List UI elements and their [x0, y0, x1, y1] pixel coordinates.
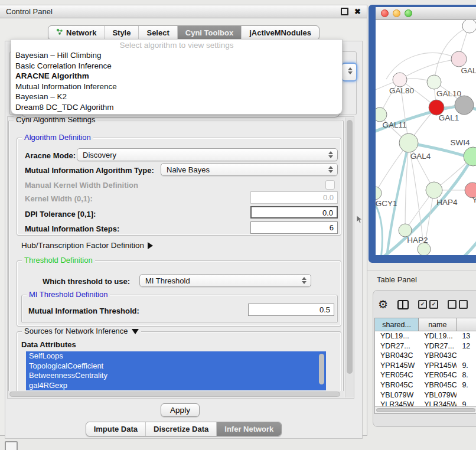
network-canvas[interactable]: GALGAL80GAL10GAL1GAL11GAL4SWI4HAP4YGCY1H… — [376, 20, 476, 256]
mi-steps-field[interactable]: 6 — [250, 221, 338, 234]
tab-style[interactable]: Style — [105, 26, 139, 40]
network-node[interactable] — [455, 96, 474, 115]
table-panel-title: Table Panel — [377, 275, 417, 284]
network-node-label: GAL1 — [439, 113, 459, 122]
dropdown-item-mutual-information-inference[interactable]: Mutual Information Inference — [11, 81, 342, 92]
tab-label: Impute Data — [94, 425, 138, 433]
dpi-tolerance-label: DPI Tolerance [0,1]: — [25, 210, 96, 219]
floating-panel-icon[interactable] — [5, 441, 18, 450]
select-all-checkboxes-icon[interactable]: ✓ ✓ — [418, 300, 438, 309]
split-view-icon[interactable] — [397, 300, 409, 309]
sources-title[interactable]: Sources for Network Inference — [22, 327, 141, 335]
table-horizontal-scrollbar — [375, 406, 476, 413]
network-node[interactable] — [418, 243, 431, 256]
apply-button[interactable]: Apply — [161, 403, 200, 417]
tab-discretize-data[interactable]: Discretize Data — [146, 422, 217, 436]
tab-network[interactable]: Network — [48, 26, 105, 40]
table-row[interactable]: YBR043CYBR043C — [375, 351, 476, 361]
zoom-traffic-light-icon[interactable] — [405, 9, 412, 17]
mi-steps-label: Mutual Information Steps: — [25, 224, 119, 233]
attribute-item-gal4rgexp[interactable]: gal4RGexp — [26, 381, 326, 391]
tab-label: Network — [66, 28, 96, 37]
settings-gear-icon[interactable]: ⚙ — [378, 299, 388, 310]
panel-divider — [367, 270, 476, 270]
table-panel: ⚙ ✓ ✓ shared...name YDL19...YDL19...13YD… — [373, 290, 476, 427]
mi-threshold-label: Mutual Information Threshold: — [28, 306, 139, 315]
table-row[interactable]: YBR045CYBR045C9. — [375, 380, 476, 390]
dropdown-item-bayesian-hill-climbing[interactable]: Bayesian – Hill Climbing — [11, 50, 342, 61]
which-threshold-label: Which threshold to use: — [43, 277, 130, 286]
algorithm-dropdown-placeholder: Select algorithm to view settings — [11, 40, 342, 50]
network-node[interactable] — [462, 20, 476, 33]
mi-algorithm-type-value: Naive Bayes — [167, 165, 210, 174]
tab-label: Select — [146, 28, 169, 37]
dropdown-item-dream8-dc-tdc-algorithm[interactable]: Dream8 DC_TDC Algorithm — [11, 102, 342, 113]
which-threshold-combo[interactable]: MI Threshold — [139, 274, 311, 287]
tab-cyni-toolbox[interactable]: Cyni Toolbox — [178, 26, 242, 40]
network-node-gal4[interactable] — [399, 133, 418, 152]
network-window-titlebar[interactable] — [376, 7, 476, 20]
table-row[interactable]: YBL079WYBL079W — [375, 390, 476, 400]
close-traffic-light-icon[interactable] — [381, 9, 389, 17]
hub-definition-toggle[interactable]: Hub/Transcription Factor Definition — [21, 241, 153, 250]
control-panel-title: Control Panel — [6, 7, 53, 16]
table-cell: YDL19... — [375, 331, 419, 341]
list-scrollbar-thumb[interactable] — [319, 354, 324, 384]
column-header-shared[interactable]: shared... — [375, 318, 419, 331]
table-cell: YPR145W — [375, 361, 419, 371]
table-cell: YDL19... — [419, 331, 457, 341]
aracne-mode-combo[interactable]: Discovery — [77, 148, 338, 161]
network-node-label: GCY1 — [376, 199, 397, 208]
chevron-right-icon — [148, 242, 153, 249]
network-node-gal[interactable] — [451, 51, 467, 67]
mi-threshold-field[interactable]: 0.5 — [248, 304, 334, 316]
attribute-item-selfloops[interactable]: SelfLoops — [26, 351, 326, 361]
table-row[interactable]: YDL19...YDL19...13 — [375, 331, 476, 341]
manual-kernel-width-checkbox[interactable] — [325, 180, 335, 190]
algorithm-combo-spinner[interactable] — [341, 63, 357, 81]
column-header-extra[interactable] — [457, 318, 476, 331]
tab-label: Infer Network — [224, 425, 273, 433]
settings-vertical-scrollbar-thumb[interactable] — [347, 120, 353, 374]
tab-impute-data[interactable]: Impute Data — [86, 422, 146, 436]
network-node-gal10[interactable] — [427, 75, 441, 89]
dropdown-item-basic-correlation-inference[interactable]: Basic Correlation Inference — [11, 61, 342, 71]
mi-algorithm-type-combo[interactable]: Naive Bayes — [161, 163, 338, 176]
table-row[interactable]: YDR27...YDR27...12 — [375, 341, 476, 351]
network-node-gcy1[interactable] — [376, 187, 382, 200]
table-horizontal-scrollbar-thumb[interactable] — [376, 408, 475, 412]
close-icon[interactable]: ✖ — [354, 8, 361, 15]
settings-horizontal-scrollbar-thumb[interactable] — [9, 392, 340, 397]
tab-select[interactable]: Select — [139, 26, 177, 40]
attribute-item-topologicalcoefficient[interactable]: TopologicalCoefficient — [26, 361, 326, 371]
network-node-gal11[interactable] — [376, 107, 387, 122]
network-node-gal80[interactable] — [393, 73, 407, 87]
float-window-icon[interactable] — [341, 8, 348, 15]
table-row[interactable]: YPR145WYPR145W9. — [375, 361, 476, 371]
algorithm-definition-title: Algorithm Definition — [22, 133, 93, 142]
table-row[interactable]: YER054CYER054C8. — [375, 370, 476, 380]
table-cell — [457, 351, 476, 361]
network-node-swi4[interactable] — [464, 147, 476, 166]
attribute-item-betweennesscentrality[interactable]: BetweennessCentrality — [26, 371, 326, 381]
unselect-all-checkboxes-icon[interactable] — [448, 300, 468, 309]
tab-label: Cyni Toolbox — [185, 28, 233, 37]
table-cell: YBL079W — [375, 390, 419, 400]
tab-jactivemnodules[interactable]: jActiveMNodules — [242, 26, 319, 40]
table-cell: YDR27... — [375, 341, 419, 351]
network-edge[interactable] — [442, 228, 476, 256]
dropdown-item-aracne-algorithm[interactable]: ARACNE Algorithm — [11, 71, 342, 81]
tab-label: Style — [112, 28, 131, 37]
network-node-hap2[interactable] — [399, 224, 412, 237]
minimize-traffic-light-icon[interactable] — [393, 9, 400, 17]
mi-algorithm-type-label: Mutual Information Algorithm Type: — [25, 166, 154, 175]
dpi-tolerance-field[interactable]: 0.0 — [250, 206, 338, 219]
column-header-name[interactable]: name — [419, 318, 457, 331]
settings-vertical-scrollbar — [345, 118, 354, 397]
dropdown-item-bayesian-k2[interactable]: Bayesian – K2 — [11, 92, 342, 102]
sources-title-text: Sources for Network Inference — [24, 327, 128, 335]
kernel-width-field[interactable]: 0.0 — [250, 191, 338, 204]
checked-box-icon: ✓ — [429, 300, 438, 309]
network-node-hap4[interactable] — [426, 182, 442, 198]
tab-infer-network[interactable]: Infer Network — [217, 422, 281, 436]
